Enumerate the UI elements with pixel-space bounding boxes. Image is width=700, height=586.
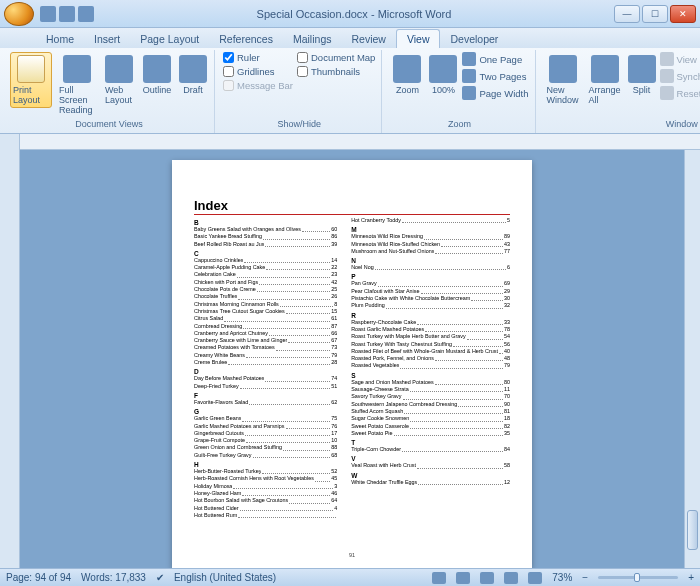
scrollbar-thumb[interactable]	[687, 510, 698, 550]
index-entry: Triple-Corn Chowder84	[351, 446, 510, 453]
one-page-button[interactable]: One Page	[462, 52, 528, 66]
index-entry: Hot Buttered Rum	[194, 512, 337, 519]
index-column-left: BBaby Greens Salad with Oranges and Oliv…	[194, 217, 337, 519]
vertical-scrollbar[interactable]	[684, 150, 700, 568]
index-entry: Southwestern Jalapeno Cornbread Dressing…	[351, 401, 510, 408]
web-layout-button[interactable]: Web Layout	[102, 52, 136, 108]
reading-icon	[63, 55, 91, 83]
zoom-slider[interactable]	[598, 576, 678, 579]
zoom-out-button[interactable]: −	[582, 572, 588, 583]
page-status[interactable]: Page: 94 of 94	[6, 572, 71, 583]
reset-window-position-button: Reset Window Position	[660, 86, 700, 100]
language-status[interactable]: English (United States)	[174, 572, 276, 583]
undo-icon[interactable]	[59, 6, 75, 22]
zoom-level[interactable]: 73%	[552, 572, 572, 583]
index-letter: D	[194, 368, 337, 375]
draft-view-icon[interactable]	[528, 572, 542, 584]
index-entry: Holiday Mimosa3	[194, 483, 337, 490]
save-icon[interactable]	[40, 6, 56, 22]
index-letter: T	[351, 439, 510, 446]
two-pages-button[interactable]: Two Pages	[462, 69, 528, 83]
index-entry: Pistachio Cake with White Chocolate Butt…	[351, 295, 510, 302]
index-entry: Sweet Potato Casserole82	[351, 423, 510, 430]
page-width-icon	[462, 86, 476, 100]
redo-icon[interactable]	[78, 6, 94, 22]
new-window-icon	[549, 55, 577, 83]
index-entry: Herb-Roasted Cornish Hens with Root Vege…	[194, 475, 337, 482]
spellcheck-icon[interactable]: ✔	[156, 572, 164, 583]
index-entry: Chicken with Port and Figs42	[194, 279, 337, 286]
index-entry: Christmas Tree Cutout Sugar Cookies15	[194, 308, 337, 315]
word-count[interactable]: Words: 17,833	[81, 572, 146, 583]
index-entry: Day Before Mashed Potatoes74	[194, 375, 337, 382]
outline-button[interactable]: Outline	[140, 52, 174, 98]
zoom-slider-thumb[interactable]	[634, 573, 640, 582]
thumbnails-checkbox[interactable]: Thumbnails	[297, 66, 375, 77]
full-screen-reading-button[interactable]: Full Screen Reading	[56, 52, 98, 118]
group-document-views: Print Layout Full Screen Reading Web Lay…	[4, 50, 215, 133]
index-entry: Roasted Filet of Beef with Whole-Grain M…	[351, 348, 510, 355]
index-entry: Favorite-Flavors Salad62	[194, 399, 337, 406]
tab-developer[interactable]: Developer	[440, 30, 508, 48]
zoom-button[interactable]: Zoom	[390, 52, 424, 98]
tab-references[interactable]: References	[209, 30, 283, 48]
index-entry: Chocolate Truffles26	[194, 293, 337, 300]
tab-page-layout[interactable]: Page Layout	[130, 30, 209, 48]
page-width-button[interactable]: Page Width	[462, 86, 528, 100]
index-entry: Honey-Glazed Ham46	[194, 490, 337, 497]
index-entry: Basic Yankee Bread Stuffing86	[194, 233, 337, 240]
tab-view[interactable]: View	[396, 29, 441, 48]
index-entry: Celebration Cake23	[194, 271, 337, 278]
index-entry: Grape-Fruit Compote10	[194, 437, 337, 444]
arrange-icon	[591, 55, 619, 83]
index-entry: Sweet Potato Pie35	[351, 430, 510, 437]
index-entry: Christmas Morning Cinnamon Rolls8	[194, 301, 337, 308]
one-page-icon	[462, 52, 476, 66]
index-entry: Mushroom and Nut-Stuffed Onions77	[351, 248, 510, 255]
office-button[interactable]	[4, 2, 34, 26]
document-canvas[interactable]: Index BBaby Greens Salad with Oranges an…	[20, 150, 684, 568]
index-letter: N	[351, 257, 510, 264]
index-entry: Pear Clafouti with Star Anise29	[351, 288, 510, 295]
full-screen-view-icon[interactable]	[456, 572, 470, 584]
tab-home[interactable]: Home	[36, 30, 84, 48]
index-entry: Green Onion and Cornbread Stuffing88	[194, 444, 337, 451]
close-button[interactable]: ✕	[670, 5, 696, 23]
maximize-button[interactable]: ☐	[642, 5, 668, 23]
horizontal-ruler[interactable]	[20, 134, 700, 150]
index-heading: Index	[194, 198, 510, 215]
document-map-checkbox[interactable]: Document Map	[297, 52, 375, 63]
print-layout-button[interactable]: Print Layout	[10, 52, 52, 108]
tab-insert[interactable]: Insert	[84, 30, 130, 48]
index-column-right: Hot Cranberry Toddy5MMinnesota Wild Rice…	[351, 217, 510, 519]
index-entry: Beef Rolled Rib Roast au Jus39	[194, 241, 337, 248]
new-window-button[interactable]: New Window	[544, 52, 582, 108]
minimize-button[interactable]: —	[614, 5, 640, 23]
index-entry: Cappuccino Crinkles14	[194, 257, 337, 264]
message-bar-checkbox[interactable]: Message Bar	[223, 80, 293, 91]
gridlines-checkbox[interactable]: Gridlines	[223, 66, 293, 77]
zoom-100-button[interactable]: 100%	[428, 52, 458, 98]
outline-view-icon[interactable]	[504, 572, 518, 584]
tab-review[interactable]: Review	[341, 30, 395, 48]
group-zoom: Zoom 100% One Page Two Pages Page Width …	[384, 50, 535, 133]
group-label: Window	[544, 118, 700, 131]
split-button[interactable]: Split	[628, 52, 656, 98]
document-page[interactable]: Index BBaby Greens Salad with Oranges an…	[172, 160, 532, 568]
index-entry: Herb-Butter-Roasted Turkey52	[194, 468, 337, 475]
vertical-ruler[interactable]	[0, 134, 20, 568]
index-entry: White Cheddar Truffle Eggs12	[351, 479, 510, 486]
web-layout-view-icon[interactable]	[480, 572, 494, 584]
status-bar: Page: 94 of 94 Words: 17,833 ✔ English (…	[0, 568, 700, 586]
ruler-checkbox[interactable]: Ruler	[223, 52, 293, 63]
zoom-in-button[interactable]: +	[688, 572, 694, 583]
group-show-hide: Ruler Gridlines Message Bar Document Map…	[217, 50, 382, 133]
arrange-all-button[interactable]: Arrange All	[586, 52, 624, 108]
index-entry: Citrus Salad61	[194, 315, 337, 322]
draft-button[interactable]: Draft	[178, 52, 208, 98]
group-label: Document Views	[10, 118, 208, 131]
tab-mailings[interactable]: Mailings	[283, 30, 342, 48]
ribbon: Print Layout Full Screen Reading Web Lay…	[0, 48, 700, 134]
print-layout-view-icon[interactable]	[432, 572, 446, 584]
index-letter: M	[351, 226, 510, 233]
